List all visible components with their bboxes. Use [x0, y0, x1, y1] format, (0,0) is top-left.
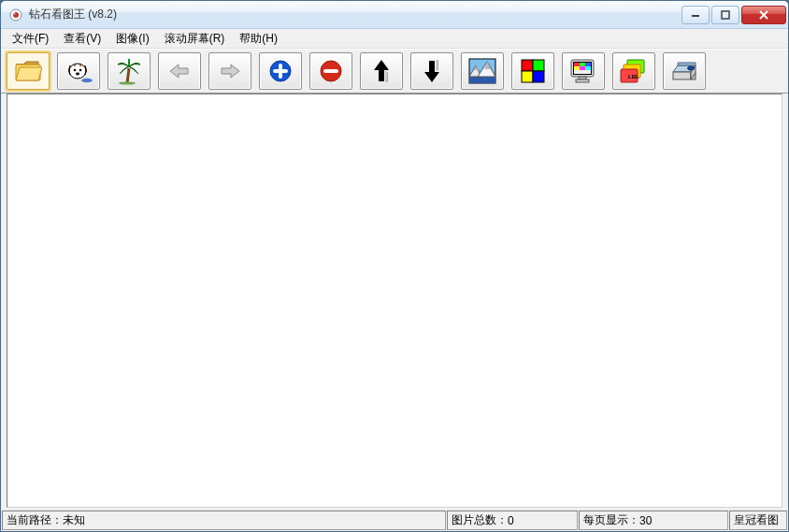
svg-point-9 [76, 73, 79, 76]
svg-rect-28 [580, 63, 585, 66]
minus-icon [318, 58, 344, 84]
folder-icon [14, 59, 42, 83]
close-button[interactable] [741, 6, 786, 24]
colors-button[interactable] [511, 52, 554, 90]
app-window: 钻石看图王 (v8.2) 文件(F) 查看(V) 图像(I) 滚动屏幕(R) 帮… [0, 0, 789, 532]
status-perpage-label: 每页显示： [583, 512, 639, 528]
zoom-in-button[interactable] [259, 52, 302, 90]
svg-point-7 [74, 69, 77, 72]
status-count-value: 0 [508, 514, 514, 527]
menu-bar: 文件(F) 查看(V) 图像(I) 滚动屏幕(R) 帮助(H) [1, 29, 788, 49]
app-icon [8, 7, 23, 22]
svg-text:LBL: LBL [628, 74, 639, 79]
menu-image[interactable]: 图像(I) [108, 29, 156, 49]
svg-point-11 [79, 65, 81, 66]
svg-rect-16 [273, 69, 288, 73]
next-button[interactable] [208, 52, 251, 90]
monitor-icon [569, 58, 597, 84]
svg-rect-31 [580, 66, 585, 70]
scanner-button[interactable] [663, 52, 706, 90]
open-folder-button[interactable] [7, 52, 50, 90]
dog-icon [65, 58, 93, 84]
svg-rect-33 [574, 70, 591, 74]
arrow-right-icon [218, 62, 242, 80]
svg-rect-24 [533, 71, 544, 82]
svg-rect-30 [574, 66, 580, 70]
title-bar[interactable]: 钻石看图王 (v8.2) [1, 1, 788, 29]
landscape-icon [468, 58, 496, 84]
color-squares-icon [521, 59, 545, 83]
svg-rect-32 [585, 66, 591, 70]
labels-icon: LBL [620, 58, 648, 84]
svg-rect-21 [522, 60, 533, 71]
zoom-out-button[interactable] [309, 52, 352, 90]
svg-point-2 [14, 12, 16, 14]
svg-rect-22 [533, 60, 544, 71]
svg-rect-3 [692, 15, 699, 17]
tree-button[interactable] [108, 52, 151, 90]
arrow-left-icon [167, 62, 192, 80]
menu-view[interactable]: 查看(V) [56, 29, 108, 49]
scenery-button[interactable] [461, 52, 504, 90]
svg-point-8 [79, 69, 82, 72]
svg-rect-23 [522, 71, 533, 82]
svg-rect-4 [722, 11, 729, 19]
plus-icon [267, 58, 294, 84]
status-bar: 当前路径： 未知 图片总数： 0 每页显示： 30 皇冠看图 [1, 510, 788, 531]
svg-rect-40 [673, 72, 691, 79]
status-path-value: 未知 [63, 512, 85, 528]
svg-point-6 [69, 64, 86, 79]
minimize-button[interactable] [681, 6, 710, 24]
labels-button[interactable]: LBL [612, 52, 655, 90]
svg-point-13 [119, 81, 136, 84]
status-brand: 皇冠看图 [729, 510, 787, 530]
move-up-button[interactable] [360, 52, 403, 90]
svg-point-10 [74, 65, 76, 66]
svg-rect-35 [576, 79, 589, 82]
maximize-button[interactable] [711, 6, 739, 24]
status-path-label: 当前路径： [7, 512, 63, 528]
svg-rect-18 [323, 69, 338, 73]
svg-point-42 [688, 66, 695, 70]
svg-rect-29 [585, 63, 591, 66]
window-controls [680, 6, 786, 24]
menu-scroll[interactable]: 滚动屏幕(R) [157, 29, 233, 49]
svg-rect-27 [574, 63, 580, 66]
window-title: 钻石看图王 (v8.2) [29, 7, 680, 22]
arrow-up-icon [372, 58, 391, 84]
scanner-icon [670, 59, 698, 83]
monitor-button[interactable] [562, 52, 605, 90]
status-count: 图片总数： 0 [447, 510, 578, 530]
search-button[interactable] [57, 52, 100, 90]
arrow-down-icon [423, 58, 441, 84]
menu-help[interactable]: 帮助(H) [232, 29, 285, 49]
status-perpage-value: 30 [639, 514, 652, 527]
palm-tree-icon [116, 57, 142, 85]
toolbar: LBL [1, 49, 788, 93]
status-count-label: 图片总数： [452, 512, 508, 528]
move-down-button[interactable] [410, 52, 453, 90]
menu-file[interactable]: 文件(F) [5, 29, 56, 49]
previous-button[interactable] [158, 52, 201, 90]
svg-point-12 [81, 79, 93, 82]
image-viewport[interactable] [7, 93, 782, 508]
status-path: 当前路径： 未知 [2, 510, 446, 530]
status-perpage: 每页显示： 30 [579, 510, 728, 530]
